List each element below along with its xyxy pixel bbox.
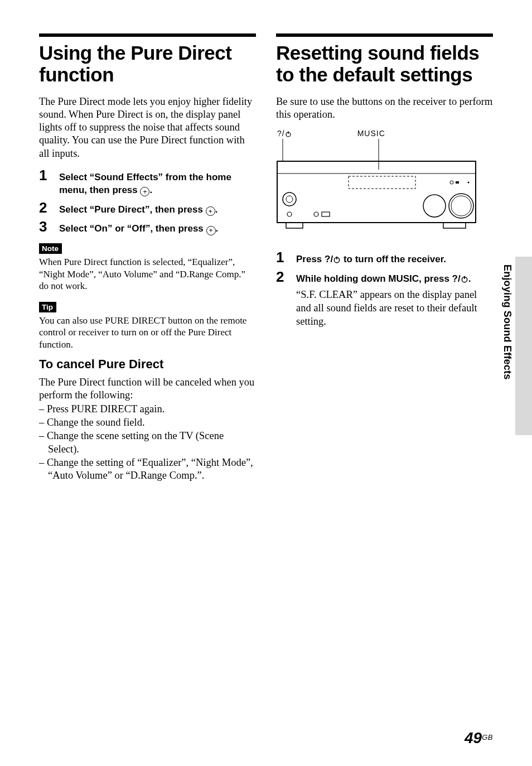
subheading-cancel: To cancel Pure Direct (39, 357, 256, 372)
step-text: While holding down MUSIC, press ?/. “S.F… (296, 273, 493, 328)
step-text-pre: Select “Pure Direct”, then press (59, 204, 206, 215)
note-badge: Note (39, 243, 62, 254)
step-number: 1 (39, 168, 51, 182)
step-text-post: . (468, 273, 471, 284)
step-text-pre: While holding down MUSIC, press ?/ (296, 273, 461, 284)
page-suffix: GB (482, 733, 493, 741)
step-text: Select “On” or “Off”, then press +. (59, 223, 218, 235)
tip-body: You can also use PURE DIRECT button on t… (39, 315, 256, 350)
step-text-post: . (215, 204, 218, 215)
list-item: – Change the setting of “Equalizer”, “Ni… (39, 456, 256, 482)
svg-rect-14 (322, 212, 330, 216)
svg-rect-19 (443, 223, 466, 228)
svg-point-17 (451, 196, 471, 216)
step-number: 2 (39, 200, 51, 215)
step-text: Select “Sound Effects” from the home men… (59, 171, 256, 197)
svg-point-7 (450, 181, 453, 184)
thumb-tab (515, 257, 532, 435)
svg-point-15 (423, 195, 446, 217)
step-item: 2 While holding down MUSIC, press ?/. “S… (276, 269, 493, 328)
section-heading-reset: Resetting sound fields to the default se… (276, 42, 493, 85)
step-number: 1 (276, 250, 288, 264)
step-text-post: . (216, 223, 219, 234)
receiver-diagram (276, 139, 477, 237)
steps-list-right: 1 Press ?/ to turn off the receiver. 2 W… (276, 250, 493, 328)
list-item: – Change the scene setting on the TV (Sc… (39, 430, 256, 455)
intro-paragraph: Be sure to use the buttons on the receiv… (276, 95, 493, 121)
step-text-pre: Press ?/ (296, 254, 333, 264)
right-column: Resetting sound fields to the default se… (276, 33, 493, 483)
diagram-labels: ?/ MUSIC (276, 129, 493, 138)
steps-list: 1 Select “Sound Effects” from the home m… (39, 168, 256, 236)
step-text-pre: Select “On” or “Off”, then press (59, 223, 206, 234)
list-item: – Press PURE DIRECT again. (39, 403, 256, 416)
section-heading-pure-direct: Using the Pure Direct function (39, 42, 256, 85)
section-rule (39, 33, 256, 37)
tip-badge: Tip (39, 302, 56, 312)
note-body: When Pure Direct function is selected, “… (39, 256, 256, 292)
step-text-post: . (149, 185, 152, 195)
left-column: Using the Pure Direct function The Pure … (39, 33, 256, 483)
cancel-list: – Press PURE DIRECT again. – Change the … (39, 403, 256, 482)
svg-point-16 (449, 194, 473, 218)
list-item: – Change the sound field. (39, 416, 256, 429)
page-footer: 49GB (465, 729, 493, 747)
svg-point-9 (468, 182, 470, 184)
svg-rect-8 (456, 181, 459, 184)
enter-icon: + (206, 226, 216, 235)
svg-rect-4 (277, 161, 476, 223)
step-item: 1 Press ?/ to turn off the receiver. (276, 250, 493, 266)
svg-rect-18 (286, 223, 303, 228)
power-icon (333, 256, 341, 263)
power-icon (461, 275, 468, 283)
step-item: 3 Select “On” or “Off”, then press +. (39, 219, 256, 235)
step-number: 3 (39, 219, 51, 234)
cancel-intro: The Pure Direct function will be cancele… (39, 376, 256, 402)
step-sub-text: “S.F. CLEAR” appears on the display pane… (296, 288, 493, 328)
svg-point-11 (286, 196, 293, 203)
step-text-post: to turn off the receiver. (341, 254, 446, 264)
step-text: Select “Pure Direct”, then press +. (59, 204, 217, 216)
section-rule (276, 33, 493, 37)
svg-rect-5 (277, 161, 476, 174)
svg-point-13 (314, 212, 318, 216)
power-icon (285, 131, 292, 137)
step-item: 2 Select “Pure Direct”, then press +. (39, 200, 256, 216)
page-number: 49 (465, 729, 482, 746)
section-tab-label: Enjoying Sound Effects (501, 264, 513, 379)
enter-icon: + (140, 187, 149, 196)
enter-icon: + (206, 206, 215, 216)
svg-point-10 (283, 192, 296, 206)
svg-point-12 (287, 212, 292, 216)
step-text: Press ?/ to turn off the receiver. (296, 253, 446, 266)
intro-paragraph: The Pure Direct mode lets you enjoy high… (39, 95, 256, 160)
svg-rect-6 (349, 176, 415, 189)
step-number: 2 (276, 269, 288, 284)
music-label: MUSIC (357, 129, 385, 138)
power-label: ?/ (277, 129, 292, 138)
power-label-text: ?/ (277, 129, 285, 138)
step-item: 1 Select “Sound Effects” from the home m… (39, 168, 256, 197)
